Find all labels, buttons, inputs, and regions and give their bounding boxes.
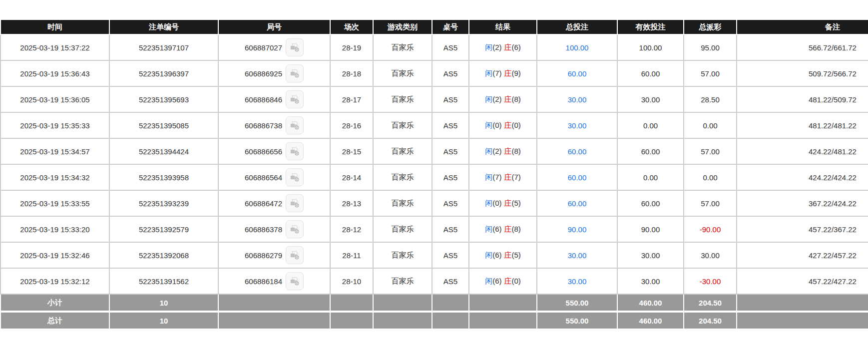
table-id-cell: AS5 <box>432 216 469 242</box>
result-cell: 闲(6)庄(5) <box>469 242 537 268</box>
result-player-score: (0) <box>492 199 501 207</box>
payout-cell: 57.00 <box>684 190 737 216</box>
round-id-group: 606886279 <box>245 246 304 264</box>
column-header-remark: 备注 <box>737 19 868 34</box>
time-cell: 2025-03-19 15:33:20 <box>0 216 109 242</box>
payout-cell: 0.00 <box>684 164 737 190</box>
game-type-cell: 百家乐 <box>373 216 432 242</box>
payout-cell: 28.50 <box>684 86 737 112</box>
column-header-valid-bet: 有效投注 <box>617 19 684 34</box>
replay-video-button[interactable] <box>286 194 304 212</box>
result-player-label: 闲 <box>485 43 492 51</box>
footer-empty-cell <box>218 294 330 312</box>
total-bet-cell: 30.00 <box>537 86 617 112</box>
result-banker-score: (0) <box>512 121 521 129</box>
result-banker-label: 庄 <box>504 225 512 233</box>
grand-total-row-valid-bet: 460.00 <box>617 312 684 329</box>
result-cell: 闲(7)庄(9) <box>469 60 537 86</box>
remark-cell: 457.22/367.22 <box>737 216 868 242</box>
table-row: 2025-03-19 15:34:57522351394424606886656… <box>0 138 868 164</box>
result-player-score: (2) <box>492 43 501 51</box>
payout-cell: 30.00 <box>684 242 737 268</box>
valid-bet-cell: 100.00 <box>617 34 684 60</box>
replay-video-button[interactable] <box>286 38 304 56</box>
round-id-text: 606886656 <box>245 147 282 156</box>
session-cell: 28-11 <box>330 242 373 268</box>
round-id-text: 606886378 <box>245 225 282 234</box>
remark-cell: 424.22/481.22 <box>737 138 868 164</box>
time-cell: 2025-03-19 15:36:05 <box>0 86 109 112</box>
remark-cell: 427.22/457.22 <box>737 242 868 268</box>
bet-id-cell: 522351393958 <box>109 164 218 190</box>
round-id-cell: 606886846 <box>218 86 330 112</box>
result-player-score: (0) <box>492 121 501 129</box>
table-row: 2025-03-19 15:36:43522351396397606886925… <box>0 60 868 86</box>
result-banker-score: (7) <box>512 173 521 181</box>
round-id-text: 606886846 <box>245 95 282 104</box>
table-row: 2025-03-19 15:32:46522351392068606886279… <box>0 242 868 268</box>
bet-id-cell: 522351392068 <box>109 242 218 268</box>
replay-video-button[interactable] <box>286 246 304 264</box>
subtotal-row-payout: 204.50 <box>684 294 737 312</box>
replay-video-icon <box>289 146 300 157</box>
result-banker-label: 庄 <box>504 95 512 103</box>
replay-video-button[interactable] <box>286 168 304 186</box>
table-row: 2025-03-19 15:33:55522351393239606886472… <box>0 190 868 216</box>
replay-video-icon <box>289 120 300 131</box>
table-row: 2025-03-19 15:37:22522351397107606887027… <box>0 34 868 60</box>
replay-video-button[interactable] <box>286 116 304 134</box>
table-id-cell: AS5 <box>432 60 469 86</box>
round-id-group: 606886472 <box>245 194 304 212</box>
session-cell: 28-14 <box>330 164 373 190</box>
bet-id-cell: 522351391562 <box>109 268 218 294</box>
result-cell: 闲(6)庄(8) <box>469 216 537 242</box>
total-bet-cell: 60.00 <box>537 164 617 190</box>
bet-id-cell: 522351395693 <box>109 86 218 112</box>
round-id-cell: 606886738 <box>218 112 330 138</box>
replay-video-button[interactable] <box>286 220 304 238</box>
result-player-label: 闲 <box>485 173 492 181</box>
table-id-cell: AS5 <box>432 268 469 294</box>
result-cell: 闲(7)庄(7) <box>469 164 537 190</box>
round-id-group: 606886564 <box>245 168 304 186</box>
result-cell: 闲(2)庄(8) <box>469 86 537 112</box>
result-banker-score: (5) <box>512 251 521 259</box>
result-cell: 闲(2)庄(6) <box>469 34 537 60</box>
column-header-total-bet: 总投注 <box>537 19 617 34</box>
replay-video-icon <box>289 172 300 183</box>
time-cell: 2025-03-19 15:32:46 <box>0 242 109 268</box>
total-bet-cell: 60.00 <box>537 60 617 86</box>
time-cell: 2025-03-19 15:37:22 <box>0 34 109 60</box>
result-banker-label: 庄 <box>504 277 512 285</box>
table-row: 2025-03-19 15:32:12522351391562606886184… <box>0 268 868 294</box>
round-id-text: 606886184 <box>245 277 282 286</box>
grand-total-row-total-bet: 550.00 <box>537 312 617 329</box>
total-bet-cell: 30.00 <box>537 112 617 138</box>
result-banker-score: (8) <box>512 225 521 233</box>
footer-empty-cell <box>432 312 469 329</box>
valid-bet-cell: 90.00 <box>617 216 684 242</box>
round-id-group: 606886656 <box>245 142 304 160</box>
replay-video-button[interactable] <box>286 64 304 82</box>
table-id-cell: AS5 <box>432 242 469 268</box>
game-type-cell: 百家乐 <box>373 112 432 138</box>
game-type-cell: 百家乐 <box>373 34 432 60</box>
result-player-label: 闲 <box>485 95 492 103</box>
round-id-group: 606886184 <box>245 272 304 290</box>
subtotal-row-label: 小计 <box>0 294 109 312</box>
result-cell: 闲(0)庄(5) <box>469 190 537 216</box>
round-id-cell: 606886279 <box>218 242 330 268</box>
session-cell: 28-13 <box>330 190 373 216</box>
result-player-label: 闲 <box>485 251 492 259</box>
replay-video-button[interactable] <box>286 90 304 108</box>
game-type-cell: 百家乐 <box>373 60 432 86</box>
round-id-group: 606886925 <box>245 64 304 82</box>
valid-bet-cell: 60.00 <box>617 60 684 86</box>
valid-bet-cell: 30.00 <box>617 86 684 112</box>
column-header-result: 结果 <box>469 19 537 34</box>
replay-video-button[interactable] <box>286 272 304 290</box>
table-id-cell: AS5 <box>432 86 469 112</box>
valid-bet-cell: 30.00 <box>617 242 684 268</box>
replay-video-button[interactable] <box>286 142 304 160</box>
valid-bet-cell: 0.00 <box>617 164 684 190</box>
